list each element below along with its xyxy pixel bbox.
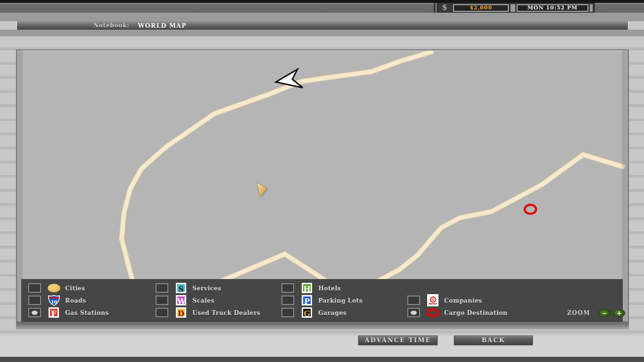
gas-stations-checkbox[interactable] [28,308,41,317]
footer-band [0,336,644,357]
game-screen: $ 42,000 MON 10:52 PM Notebook: WORLD MA… [0,0,644,362]
legend-item-scales: W Scales [156,294,215,306]
legend-item-companies: Companies [407,294,482,306]
legend-label: Garages [318,309,347,316]
scales-checkbox[interactable] [156,296,168,305]
svg-text:10: 10 [50,299,57,304]
gas-station-icon: F [47,307,61,318]
legend-label: Gas Stations [65,309,109,316]
company-logo-icon [426,294,440,306]
header-band [0,13,644,21]
datetime-display: MON 10:52 PM [517,4,588,12]
legend-label: Cargo Destination [444,309,507,316]
cargo-ring-icon [426,308,440,317]
zoom-in-button[interactable]: + [613,309,625,317]
notebook-header-bar: Notebook: WORLD MAP [16,21,629,30]
page-title: WORLD MAP [138,22,187,29]
services-icon: S [174,283,188,293]
scales-icon: W [174,295,188,305]
back-button[interactable]: BACK [454,336,533,345]
legend-label: Services [192,285,221,292]
hotel-icon: H [300,283,314,293]
legend-label: Scales [192,297,215,304]
advance-time-button[interactable]: ADVANCE TIME [358,336,438,345]
legend-item-parking-lots: P Parking Lots [281,294,363,306]
legend-item-gas-stations: F Gas Stations [28,306,109,319]
legend-label: Used Truck Dealers [192,309,260,316]
legend-item-garages: G Garages [281,306,347,319]
map-panel-shadow [16,323,629,329]
legend-label: Roads [65,297,86,304]
legend-item-cargo-destination: Cargo Destination [407,306,507,319]
legend-item-cities: Cities [28,282,85,294]
parking-lots-checkbox[interactable] [281,296,294,305]
legend-item-roads: 10 Roads [28,294,86,306]
used-truck-dealer-icon: D [174,307,188,318]
topbar-separator [511,4,515,12]
legend-item-used-truck-dealers: D Used Truck Dealers [156,306,260,319]
legend-label: Cities [65,285,85,292]
notebook-label: Notebook: [93,22,130,29]
companies-checkbox[interactable] [407,296,420,305]
used-truck-dealers-checkbox[interactable] [156,308,168,317]
parking-lot-icon: P [300,295,314,305]
legend-item-services: S Services [156,282,221,294]
legend-label: Hotels [318,285,341,292]
cargo-destination-checkbox[interactable] [407,308,420,317]
zoom-label: ZOOM [567,310,590,316]
map-legend-bar: Cities 10 Roads F Gas Stations S Service… [21,279,623,322]
legend-label: Parking Lots [318,297,363,304]
money-display: 42,000 [453,4,509,12]
city-ellipse-icon [47,284,61,293]
garage-icon: G [300,307,314,318]
roads-checkbox[interactable] [28,296,41,305]
legend-label: Companies [444,297,482,304]
sub-header-band [0,30,644,36]
currency-icon: $ [436,3,453,13]
bottom-dark-bar [0,357,644,362]
garages-checkbox[interactable] [281,308,294,317]
hotels-checkbox[interactable] [281,283,294,293]
cities-checkbox[interactable] [28,283,41,293]
legend-item-hotels: H Hotels [281,282,341,294]
interstate-shield-icon: 10 [47,295,61,306]
zoom-out-button[interactable]: − [599,309,611,317]
services-checkbox[interactable] [156,283,168,293]
topbar-separator [590,4,593,12]
zoom-controls: ZOOM − + [567,308,625,318]
